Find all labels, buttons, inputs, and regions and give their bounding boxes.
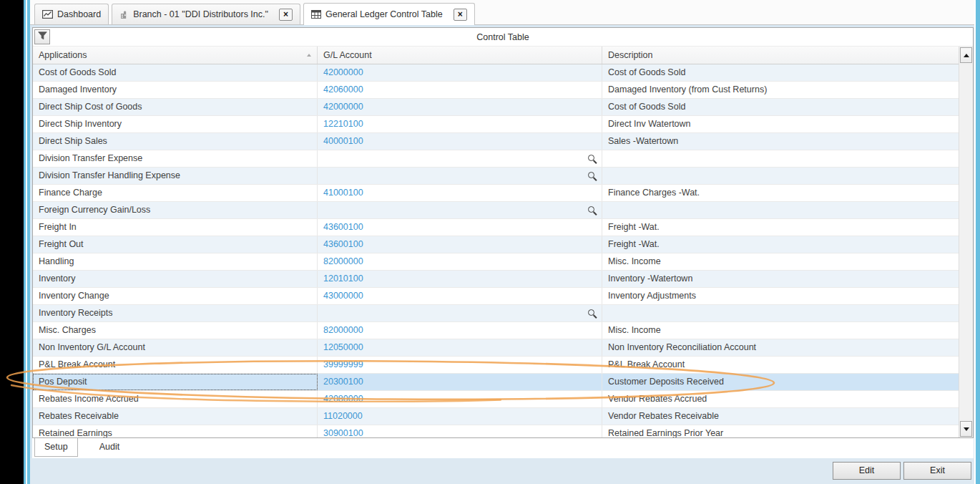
- tab-general-ledger-control-table[interactable]: General Ledger Control Table ×: [303, 3, 475, 25]
- cell-gl-account[interactable]: 12210100: [318, 116, 602, 132]
- gl-account-link[interactable]: 43600100: [323, 222, 363, 232]
- cell-description[interactable]: Inventory Adjustments: [602, 288, 959, 304]
- table-row[interactable]: Cost of Goods Sold42000000Cost of Goods …: [33, 64, 959, 82]
- cell-application[interactable]: Rebates Receivable: [33, 408, 318, 425]
- table-row[interactable]: Inventory Receipts: [33, 305, 959, 322]
- cell-description[interactable]: [602, 150, 959, 167]
- cell-gl-account[interactable]: 42080000: [318, 391, 602, 407]
- cell-description[interactable]: [602, 168, 959, 184]
- cell-application[interactable]: Foreign Currency Gain/Loss: [33, 202, 318, 218]
- cell-gl-account[interactable]: [318, 168, 602, 184]
- cell-gl-account[interactable]: 40000100: [318, 133, 602, 150]
- cell-description[interactable]: Inventory -Watertown: [602, 271, 959, 287]
- magnifier-icon[interactable]: [588, 309, 594, 316]
- gl-account-link[interactable]: 42000000: [323, 67, 363, 77]
- gl-account-link[interactable]: 11020000: [323, 411, 363, 421]
- cell-gl-account[interactable]: 82000000: [318, 253, 602, 270]
- cell-gl-account[interactable]: 30900100: [318, 425, 602, 437]
- cell-application[interactable]: Non Inventory G/L Account: [33, 339, 318, 356]
- table-row[interactable]: Misc. Charges82000000Misc. Income: [33, 322, 959, 339]
- gl-account-link[interactable]: 12210100: [323, 119, 363, 129]
- cell-description[interactable]: Misc. Income: [602, 322, 959, 339]
- table-row[interactable]: Retained Earnings30900100Retained Earnin…: [33, 425, 959, 437]
- cell-application[interactable]: Inventory Receipts: [33, 305, 318, 321]
- gl-account-link[interactable]: 42080000: [323, 394, 363, 404]
- column-header-description[interactable]: Description: [602, 47, 959, 64]
- cell-gl-account[interactable]: 20300100: [318, 374, 602, 390]
- cell-gl-account[interactable]: 11020000: [318, 408, 602, 425]
- cell-application[interactable]: Misc. Charges: [33, 322, 318, 339]
- cell-gl-account[interactable]: 43600100: [318, 236, 602, 253]
- tab-branch[interactable]: Branch - 01 "DDI Distributors Inc." ×: [112, 4, 300, 24]
- filter-button[interactable]: [34, 29, 50, 44]
- table-row[interactable]: P&L Break Account39999999P&L Break Accou…: [33, 357, 959, 374]
- cell-gl-account[interactable]: [318, 305, 602, 321]
- cell-description[interactable]: P&L Break Account: [602, 357, 959, 373]
- cell-gl-account[interactable]: 41000100: [318, 185, 602, 201]
- table-row[interactable]: Freight Out43600100Freight -Wat.: [33, 236, 959, 253]
- column-header-applications[interactable]: Applications: [33, 47, 318, 64]
- cell-description[interactable]: Vendor Rebates Accrued: [602, 391, 959, 407]
- tab-audit[interactable]: Audit: [90, 438, 129, 457]
- cell-application[interactable]: Division Transfer Expense: [33, 150, 318, 167]
- scroll-down-button[interactable]: [960, 421, 972, 437]
- gl-account-link[interactable]: 30900100: [323, 428, 363, 437]
- magnifier-icon[interactable]: [588, 155, 594, 161]
- cell-gl-account[interactable]: [318, 202, 602, 218]
- cell-application[interactable]: Pos Deposit: [33, 374, 318, 390]
- table-row[interactable]: Rebates Receivable11020000Vendor Rebates…: [33, 408, 959, 425]
- cell-description[interactable]: Retained Earnings Prior Year: [602, 425, 959, 437]
- cell-gl-account[interactable]: 42060000: [318, 82, 602, 98]
- magnifier-icon[interactable]: [588, 172, 594, 178]
- table-row[interactable]: Damaged Inventory42060000Damaged Invento…: [33, 82, 959, 99]
- cell-description[interactable]: [602, 202, 959, 218]
- cell-gl-account[interactable]: 43000000: [318, 288, 602, 304]
- table-row[interactable]: Inventory12010100Inventory -Watertown: [33, 271, 959, 288]
- gl-account-link[interactable]: 42000000: [323, 102, 363, 112]
- table-row[interactable]: Pos Deposit20300100Customer Deposits Rec…: [33, 374, 959, 391]
- edit-button[interactable]: Edit: [833, 462, 901, 480]
- cell-gl-account[interactable]: 42000000: [318, 99, 602, 115]
- cell-application[interactable]: Retained Earnings: [33, 425, 318, 437]
- gl-account-link[interactable]: 12010100: [323, 274, 363, 284]
- cell-application[interactable]: P&L Break Account: [33, 357, 318, 373]
- magnifier-icon[interactable]: [588, 206, 594, 213]
- cell-application[interactable]: Finance Charge: [33, 185, 318, 201]
- gl-account-link[interactable]: 20300100: [323, 377, 363, 387]
- close-tab-button[interactable]: ×: [279, 9, 293, 21]
- close-tab-button[interactable]: ×: [454, 9, 467, 21]
- cell-description[interactable]: Damaged Inventory (from Cust Returns): [602, 82, 959, 98]
- cell-application[interactable]: Direct Ship Inventory: [33, 116, 318, 132]
- cell-application[interactable]: Cost of Goods Sold: [33, 64, 318, 81]
- tab-setup[interactable]: Setup: [34, 438, 78, 457]
- gl-account-link[interactable]: 82000000: [323, 325, 363, 335]
- table-row[interactable]: Foreign Currency Gain/Loss: [33, 202, 959, 219]
- vertical-scrollbar[interactable]: [959, 47, 973, 437]
- gl-account-link[interactable]: 12050000: [323, 342, 363, 352]
- table-row[interactable]: Direct Ship Sales40000100Sales -Watertow…: [33, 133, 959, 150]
- gl-account-link[interactable]: 41000100: [323, 188, 363, 198]
- gl-account-link[interactable]: 43600100: [323, 239, 363, 249]
- table-row[interactable]: Freight In43600100Freight -Wat.: [33, 219, 959, 236]
- cell-description[interactable]: Freight -Wat.: [602, 219, 959, 236]
- cell-description[interactable]: Cost of Goods Sold: [602, 64, 959, 81]
- cell-description[interactable]: Finance Charges -Wat.: [602, 185, 959, 201]
- gl-account-link[interactable]: 42060000: [323, 84, 363, 95]
- cell-gl-account[interactable]: 43600100: [318, 219, 602, 236]
- cell-application[interactable]: Inventory Change: [33, 288, 318, 304]
- table-row[interactable]: Handling82000000Misc. Income: [33, 253, 959, 271]
- cell-application[interactable]: Freight Out: [33, 236, 318, 253]
- cell-description[interactable]: Cost of Goods Sold: [602, 99, 959, 115]
- cell-gl-account[interactable]: 82000000: [318, 322, 602, 339]
- table-row[interactable]: Non Inventory G/L Account12050000Non Inv…: [33, 339, 959, 357]
- cell-gl-account[interactable]: 12050000: [318, 339, 602, 356]
- cell-application[interactable]: Division Transfer Handling Expense: [33, 168, 318, 184]
- cell-application[interactable]: Direct Ship Sales: [33, 133, 318, 150]
- gl-account-link[interactable]: 82000000: [323, 256, 363, 266]
- gl-account-link[interactable]: 43000000: [323, 291, 363, 301]
- cell-description[interactable]: Misc. Income: [602, 253, 959, 270]
- column-header-gl-account[interactable]: G/L Account: [318, 47, 602, 64]
- cell-description[interactable]: Non Inventory Reconciliation Account: [602, 339, 959, 356]
- cell-gl-account[interactable]: 12010100: [318, 271, 602, 287]
- cell-application[interactable]: Freight In: [33, 219, 318, 236]
